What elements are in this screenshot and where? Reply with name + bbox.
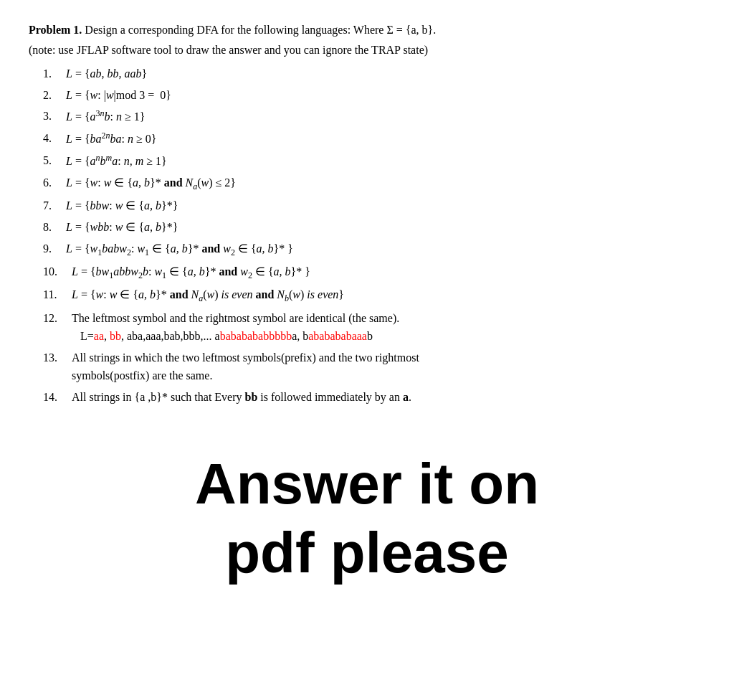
item-number: 7.: [43, 197, 66, 215]
item-number: 5.: [43, 151, 66, 170]
list-item: 4. L = {ba2nba: n ≥ 0}: [43, 129, 705, 148]
item-content: L = {anbma: n, m ≥ 1}: [66, 151, 705, 171]
list-item: 7. L = {bbw: w ∈ {a, b}*}: [43, 197, 705, 215]
list-item: 11. L = {w: w ∈ {a, b}* and Na(w) is eve…: [43, 285, 705, 306]
problem-note: (note: use JFLAP software tool to draw t…: [29, 42, 705, 59]
item-number: 13.: [43, 349, 72, 367]
red-text: aa: [94, 330, 104, 342]
list-item: 14. All strings in {a ,b}* such that Eve…: [43, 388, 705, 407]
item-content: L = {ba2nba: n ≥ 0}: [66, 129, 705, 148]
red-text: ababababaaa: [308, 330, 367, 342]
problem-section: Problem 1. Design a corresponding DFA fo…: [29, 22, 705, 407]
item-number: 3.: [43, 107, 66, 126]
item-number: 2.: [43, 86, 66, 105]
item-content: All strings in which the two leftmost sy…: [72, 349, 705, 385]
list-item: 1. L = {ab, bb, aab}: [43, 65, 705, 83]
answer-section: Answer it on pdf please: [29, 450, 705, 587]
list-item: 3. L = {a3nb: n ≥ 1}: [43, 107, 705, 126]
list-item: 10. L = {bw1abbw2b: w1 ∈ {a, b}* and w2 …: [43, 262, 705, 283]
problem-header: Problem 1. Design a corresponding DFA fo…: [29, 22, 705, 39]
list-item: 5. L = {anbma: n, m ≥ 1}: [43, 151, 705, 171]
item-content: L = {ab, bb, aab}: [66, 65, 705, 83]
list-item: 8. L = {wbb: w ∈ {a, b}*}: [43, 218, 705, 237]
item-number: 8.: [43, 218, 66, 237]
list-item: 12. The leftmost symbol and the rightmos…: [43, 309, 705, 346]
item-number: 12.: [43, 309, 72, 328]
item-content: L = {w: |w|mod 3 = 0}: [66, 86, 705, 105]
red-text: bb: [110, 330, 121, 342]
item-number: 11.: [43, 285, 72, 304]
item-content: L = {a3nb: n ≥ 1}: [66, 107, 705, 126]
list-item: 13. All strings in which the two leftmos…: [43, 349, 705, 385]
item-number: 9.: [43, 240, 66, 258]
item-number: 10.: [43, 262, 72, 281]
item-content: L = {wbb: w ∈ {a, b}*}: [66, 218, 705, 237]
item-content: L = {w: w ∈ {a, b}* and Na(w) is even an…: [72, 285, 705, 306]
problem-title-bold: Problem 1.: [29, 24, 82, 36]
item-content: L = {w: w ∈ {a, b}* and Na(w) ≤ 2}: [66, 174, 705, 194]
item-content: L = {bw1abbw2b: w1 ∈ {a, b}* and w2 ∈ {a…: [72, 262, 705, 283]
item-content: All strings in {a ,b}* such that Every b…: [72, 388, 705, 407]
item-number: 6.: [43, 174, 66, 192]
item-content: L = {bbw: w ∈ {a, b}*}: [66, 197, 705, 215]
item-content: The leftmost symbol and the rightmost sy…: [72, 309, 705, 346]
list-item: 2. L = {w: |w|mod 3 = 0}: [43, 86, 705, 105]
item-number: 1.: [43, 65, 66, 83]
list-item: 6. L = {w: w ∈ {a, b}* and Na(w) ≤ 2}: [43, 174, 705, 194]
list-item: 9. L = {w1babw2: w1 ∈ {a, b}* and w2 ∈ {…: [43, 240, 705, 260]
answer-text-line1: Answer it on: [29, 450, 705, 519]
answer-text-line2: pdf please: [29, 519, 705, 587]
problem-list: 1. L = {ab, bb, aab} 2. L = {w: |w|mod 3…: [43, 65, 705, 407]
item-content: L = {w1babw2: w1 ∈ {a, b}* and w2 ∈ {a, …: [66, 240, 705, 260]
problem-title-rest: Design a corresponding DFA for the follo…: [82, 24, 436, 36]
item-number: 4.: [43, 129, 66, 148]
item-number: 14.: [43, 388, 72, 407]
red-text: bababababbbbb: [220, 330, 292, 342]
